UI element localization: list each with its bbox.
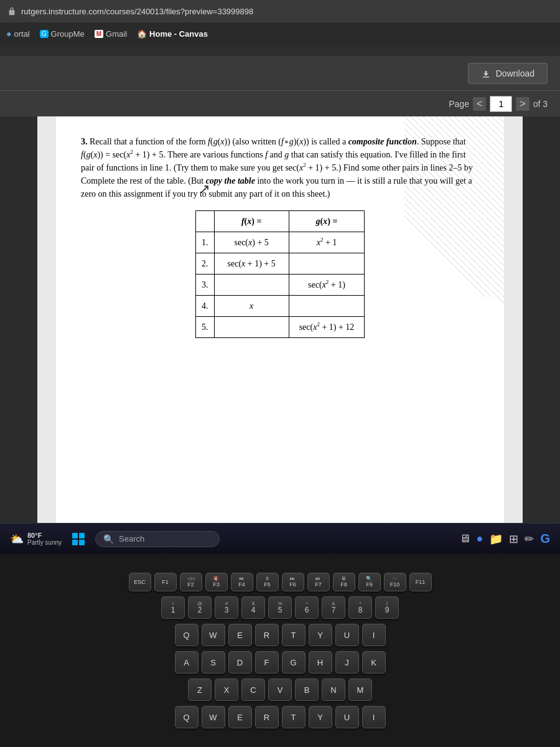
key-f8[interactable]: 🖥F8 (333, 573, 355, 591)
key-d[interactable]: D (228, 651, 252, 674)
taskbar-chrome-icon[interactable]: ● (477, 532, 483, 545)
row-3-num: 3. (195, 275, 214, 296)
asdf-key-row: A S D F G H J K (175, 651, 386, 674)
key-f5-label: F5 (264, 581, 271, 588)
key-f3[interactable]: 🔇F3 (205, 573, 228, 591)
key-r[interactable]: R (255, 624, 279, 646)
key-e-bottom[interactable]: E (228, 706, 252, 728)
key-b[interactable]: B (295, 679, 319, 701)
key-q-bottom[interactable]: Q (175, 706, 198, 728)
key-y[interactable]: Y (309, 624, 332, 646)
next-page-button[interactable]: > (516, 97, 529, 111)
key-f9-label: F9 (366, 581, 373, 588)
key-f7[interactable]: ⏭F7 (307, 573, 330, 591)
key-f6-content: ⏭F6 (289, 576, 296, 588)
tab-gmail[interactable]: M Gmail (95, 29, 127, 39)
key-f7-top: ⏭ (315, 576, 320, 581)
key-u-label: U (344, 631, 350, 640)
download-label: Download (496, 68, 534, 78)
key-f3-content: 🔇F3 (213, 576, 220, 588)
row-3-fx (214, 275, 289, 296)
key-n[interactable]: N (322, 679, 345, 701)
key-u[interactable]: U (335, 624, 359, 646)
start-button[interactable] (69, 530, 88, 548)
key-esc[interactable]: ESC (129, 573, 151, 591)
key-7[interactable]: & 7 (322, 596, 345, 619)
key-i[interactable]: I (362, 624, 386, 646)
key-f-label: F (264, 658, 269, 667)
key-f6[interactable]: ⏭F6 (282, 573, 304, 591)
prev-page-button[interactable]: < (473, 97, 486, 111)
key-f9[interactable]: 🔍F9 (358, 573, 381, 591)
key-8[interactable]: * 8 (348, 596, 372, 619)
key-j[interactable]: J (335, 651, 359, 674)
key-v-label: V (278, 685, 283, 695)
key-f4[interactable]: ⏮F4 (231, 573, 253, 591)
key-2[interactable]: @ 2 (188, 596, 212, 619)
key-v[interactable]: V (268, 679, 292, 701)
key-f2-label: F2 (187, 581, 194, 588)
page-number-input[interactable] (490, 96, 512, 112)
key-h[interactable]: H (309, 651, 332, 674)
key-f8-top: 🖥 (341, 576, 346, 581)
key-w[interactable]: W (202, 624, 225, 646)
key-4-content: $ 4 (251, 601, 256, 614)
key-g[interactable]: G (282, 651, 306, 674)
key-5[interactable]: % 5 (268, 596, 292, 619)
key-r-bottom[interactable]: R (255, 706, 279, 728)
key-t[interactable]: T (282, 624, 306, 646)
key-q[interactable]: Q (175, 624, 198, 646)
key-f1[interactable]: F1 (154, 573, 177, 591)
key-4[interactable]: $ 4 (241, 596, 265, 619)
lock-icon (7, 7, 16, 16)
key-f5-top: ⏸ (264, 576, 269, 581)
key-f10[interactable]: ⋯F10 (384, 573, 406, 591)
key-u-bottom[interactable]: U (335, 706, 359, 728)
canvas-favicon: 🏠 (137, 29, 147, 39)
key-y-label: Y (317, 631, 323, 640)
key-g-label: G (290, 658, 296, 667)
taskbar-folder-icon[interactable]: 📁 (489, 532, 503, 546)
taskbar-monitor-icon[interactable]: 🖥 (459, 532, 470, 545)
key-9-content: ( 9 (385, 601, 390, 614)
key-e[interactable]: E (228, 624, 252, 646)
key-f2[interactable]: ◁◁F2 (180, 573, 202, 591)
key-t-bottom[interactable]: T (282, 706, 306, 728)
row-1-gx: x2 + 1 (289, 232, 365, 253)
key-f8-label: F8 (340, 581, 347, 588)
key-k[interactable]: K (362, 651, 386, 674)
key-z[interactable]: Z (188, 679, 212, 701)
gmail-favicon: M (95, 30, 103, 38)
taskbar-g-icon[interactable]: G (540, 532, 550, 546)
key-f5[interactable]: ⏸F5 (256, 573, 279, 591)
key-i-bottom[interactable]: I (362, 706, 386, 728)
key-3-content: # 3 (225, 601, 229, 614)
key-9[interactable]: ( 9 (375, 596, 399, 619)
key-a[interactable]: A (175, 651, 198, 674)
key-m[interactable]: M (348, 679, 372, 701)
key-f3-top: 🔇 (213, 576, 219, 581)
key-q-bottom-label: Q (183, 713, 189, 722)
taskbar-pen-icon[interactable]: ✏ (525, 532, 534, 546)
download-button[interactable]: Download (468, 63, 548, 84)
key-w-bottom[interactable]: W (202, 706, 225, 728)
key-s[interactable]: S (202, 651, 225, 674)
tab-canvas[interactable]: 🏠 Home - Canvas (137, 29, 208, 39)
key-3[interactable]: # 3 (215, 596, 238, 619)
key-s-label: S (210, 658, 216, 667)
tab-portal[interactable]: ● ortal (6, 29, 30, 39)
key-6[interactable]: ^ 6 (295, 596, 319, 619)
key-y-bottom-label: Y (317, 713, 323, 722)
key-f[interactable]: F (255, 651, 279, 674)
key-f11[interactable]: F11 (409, 573, 432, 591)
taskbar-search[interactable]: 🔍 Search (95, 531, 220, 547)
key-1[interactable]: ! 1 (161, 596, 185, 619)
key-x[interactable]: X (215, 679, 238, 701)
row-2-gx (289, 253, 365, 275)
taskbar-grid-icon[interactable]: ⊞ (509, 532, 518, 546)
screen-area: Download Page < > of 3 (0, 56, 560, 523)
key-c[interactable]: C (241, 679, 265, 701)
row-1-num: 1. (195, 232, 214, 253)
key-y-bottom[interactable]: Y (309, 706, 332, 728)
tab-groupme[interactable]: G GroupMe (40, 29, 85, 39)
